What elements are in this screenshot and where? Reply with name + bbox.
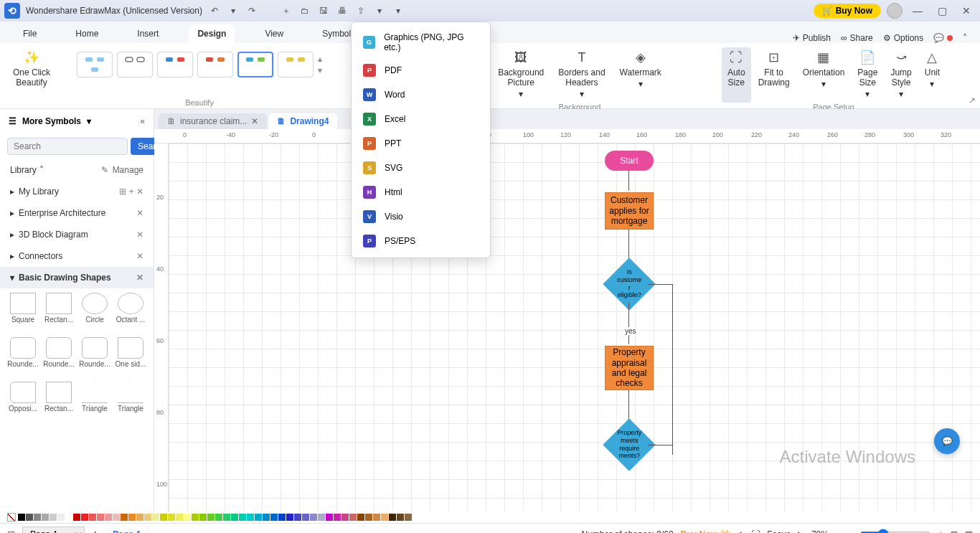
color-swatch[interactable] xyxy=(270,514,278,521)
style-thumb-6[interactable] xyxy=(278,52,314,77)
style-thumb-2[interactable] xyxy=(117,52,153,77)
qa-more-icon[interactable]: ▾ xyxy=(392,4,405,17)
color-swatch[interactable] xyxy=(18,514,25,521)
export-icon[interactable]: ⇪ xyxy=(354,4,367,17)
auto-size-button[interactable]: ⛶Auto Size xyxy=(722,47,751,103)
color-swatch[interactable] xyxy=(357,514,364,521)
zoom-in-button[interactable]: + xyxy=(938,529,943,534)
shape-Rectan...[interactable]: Rectan... xyxy=(42,293,76,336)
color-swatch[interactable] xyxy=(65,514,72,521)
undo-icon[interactable]: ↶ xyxy=(208,4,221,17)
export-pdf[interactable]: PPDF xyxy=(352,58,490,82)
color-swatch[interactable] xyxy=(302,514,309,521)
color-swatch[interactable] xyxy=(334,514,341,521)
chevron-up-icon[interactable]: ˄ xyxy=(39,165,44,175)
color-swatch[interactable] xyxy=(294,514,301,521)
color-swatch[interactable] xyxy=(381,514,388,521)
close-icon[interactable]: ✕ xyxy=(251,116,258,126)
color-swatch[interactable] xyxy=(310,514,317,521)
page-select[interactable]: Page-1 xyxy=(22,527,85,534)
add-page-button[interactable]: + xyxy=(92,528,98,534)
color-swatch[interactable] xyxy=(215,514,222,521)
color-swatch[interactable] xyxy=(397,514,404,521)
zoom-out-button[interactable]: − xyxy=(847,529,852,534)
shape-Octant ...[interactable]: Octant ... xyxy=(113,293,148,336)
color-swatch[interactable] xyxy=(365,514,372,521)
color-swatch[interactable] xyxy=(389,514,396,521)
color-swatch[interactable] xyxy=(373,514,380,521)
color-swatch[interactable] xyxy=(113,514,120,521)
orientation-button[interactable]: ▦Orientation▾ xyxy=(797,47,851,103)
color-swatch[interactable] xyxy=(97,514,104,521)
color-swatch[interactable] xyxy=(192,514,199,521)
color-swatch[interactable] xyxy=(136,514,143,521)
shape-Square[interactable]: Square xyxy=(6,293,40,336)
lib-section-connectors[interactable]: ▸Connectors✕ xyxy=(0,245,154,267)
close-icon[interactable]: ✕ xyxy=(136,273,143,283)
shape-Rectan...[interactable]: Rectan... xyxy=(42,382,76,425)
menu-home[interactable]: Home xyxy=(67,24,107,43)
edit-icon[interactable]: ✎ xyxy=(101,165,108,175)
lib-section-basic-shapes[interactable]: ▾Basic Drawing Shapes✕ xyxy=(0,267,154,288)
page-setup-launcher-icon[interactable]: ↗ xyxy=(969,95,976,105)
node-customer-applies[interactable]: Customer applies for mortgage xyxy=(605,192,654,230)
chevron-down-icon[interactable]: ▾ xyxy=(87,116,91,126)
color-swatch[interactable] xyxy=(318,514,325,521)
color-swatch[interactable] xyxy=(184,514,191,521)
export-dropdown-icon[interactable]: ▾ xyxy=(373,4,386,17)
color-swatch[interactable] xyxy=(57,514,65,521)
sidebar-collapse-icon[interactable]: « xyxy=(140,116,145,126)
user-avatar[interactable] xyxy=(887,3,903,19)
export-html[interactable]: HHtml xyxy=(352,180,490,204)
buy-now-button[interactable]: 🛒 Buy Now xyxy=(814,4,881,18)
color-swatch[interactable] xyxy=(128,514,136,521)
color-swatch[interactable] xyxy=(160,514,167,521)
node-start[interactable]: Start xyxy=(605,151,654,171)
export-excel[interactable]: XExcel xyxy=(352,107,490,131)
color-swatch[interactable] xyxy=(231,514,238,521)
minimize-button[interactable]: — xyxy=(908,1,927,20)
color-swatch[interactable] xyxy=(223,514,230,521)
close-button[interactable]: ✕ xyxy=(957,1,976,20)
export-visio[interactable]: VVisio xyxy=(352,204,490,229)
zoom-slider[interactable] xyxy=(859,529,931,534)
menu-view[interactable]: View xyxy=(256,24,292,43)
shape-Opposi...[interactable]: Opposi... xyxy=(6,382,40,425)
open-icon[interactable]: 🗀 xyxy=(298,4,311,17)
color-swatch[interactable] xyxy=(34,514,41,521)
color-swatch[interactable] xyxy=(207,514,215,521)
color-swatch[interactable] xyxy=(152,514,159,521)
watermark-button[interactable]: ◈Watermark▾ xyxy=(614,47,667,103)
lib-section-3d-block[interactable]: ▸3D Block Diagram✕ xyxy=(0,224,154,245)
search-input[interactable] xyxy=(7,138,128,155)
color-swatch[interactable] xyxy=(349,514,357,521)
color-swatch[interactable] xyxy=(105,514,112,521)
color-swatch[interactable] xyxy=(168,514,175,521)
export-ppt[interactable]: PPPT xyxy=(352,131,490,156)
one-click-beautify-button[interactable]: ✨ One Click Beautify xyxy=(7,47,56,90)
color-swatch[interactable] xyxy=(81,514,88,521)
options-button[interactable]: ⚙Options xyxy=(883,33,923,43)
play-icon[interactable]: ▷ xyxy=(798,529,804,534)
color-swatch[interactable] xyxy=(255,514,262,521)
export-word[interactable]: WWord xyxy=(352,82,490,107)
notification-button[interactable]: 💬 xyxy=(933,33,953,43)
color-swatch[interactable] xyxy=(341,514,349,521)
share-button[interactable]: ∞Share xyxy=(841,33,873,43)
color-swatch[interactable] xyxy=(144,514,151,521)
shape-Circle[interactable]: Circle xyxy=(77,293,112,336)
export-ps-eps[interactable]: PPS/EPS xyxy=(352,229,490,253)
collapse-ribbon-icon[interactable]: ˄ xyxy=(963,33,967,43)
zoom-dropdown-icon[interactable]: ▾ xyxy=(836,529,840,534)
fullscreen-icon[interactable]: ⛶ xyxy=(751,529,760,534)
save-icon[interactable]: 🖫 xyxy=(317,4,330,17)
background-picture-button[interactable]: 🖼Background Picture▾ xyxy=(492,47,550,103)
no-fill-icon[interactable] xyxy=(7,513,16,522)
menu-file[interactable]: File xyxy=(14,24,45,43)
color-swatch[interactable] xyxy=(89,514,96,521)
page-view-icon[interactable]: ▦ xyxy=(965,529,973,534)
color-swatch[interactable] xyxy=(263,514,270,521)
unit-button[interactable]: △Unit▾ xyxy=(919,47,946,103)
shape-Rounde...[interactable]: Rounde... xyxy=(77,337,112,380)
color-swatch[interactable] xyxy=(405,514,412,521)
